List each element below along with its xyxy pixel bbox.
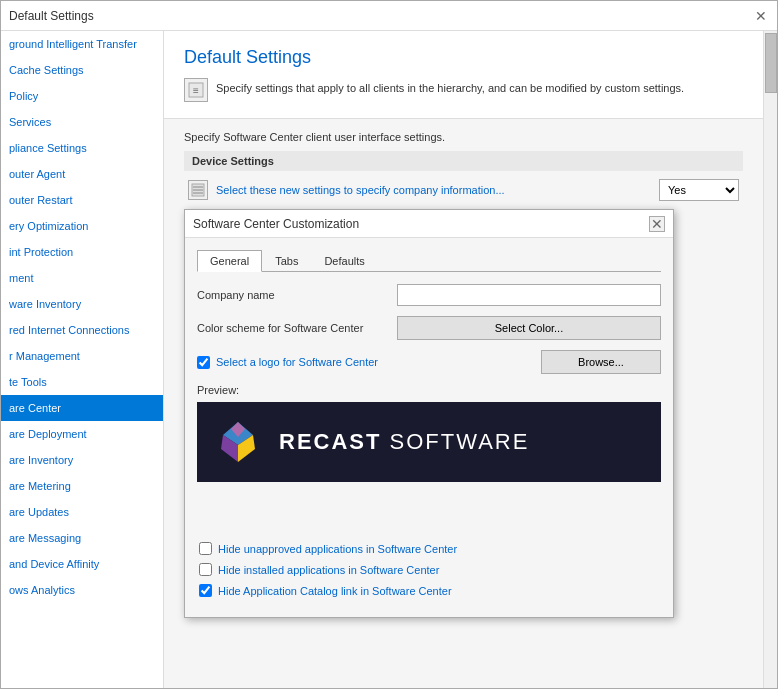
sidebar-item-software-inventory[interactable]: are Inventory [1, 447, 163, 473]
svg-text:≡: ≡ [193, 85, 199, 96]
hide-installed-row: Hide installed applications in Software … [197, 563, 661, 576]
panel-body: Specify Software Center client user inte… [164, 119, 763, 630]
sidebar-item-power-management[interactable]: r Management [1, 343, 163, 369]
sidebar-item-management[interactable]: ment [1, 265, 163, 291]
scrollbar[interactable] [763, 31, 777, 688]
logo-checkbox-label[interactable]: Select a logo for Software Center [216, 356, 378, 368]
logo-checkbox-row: Select a logo for Software Center Browse… [197, 350, 661, 374]
sidebar-item-services[interactable]: Services [1, 109, 163, 135]
panel-title: Default Settings [184, 47, 743, 68]
select-color-button[interactable]: Select Color... [397, 316, 661, 340]
preview-logo [213, 417, 263, 467]
sidebar-item-software-updates[interactable]: are Updates [1, 499, 163, 525]
sidebar-item-cache-settings[interactable]: Cache Settings [1, 57, 163, 83]
sidebar-item-computer-restart[interactable]: outer Restart [1, 187, 163, 213]
sidebar-item-policy[interactable]: Policy [1, 83, 163, 109]
dialog-title: Software Center Customization [193, 217, 359, 231]
sidebar-item-state-messaging[interactable]: are Messaging [1, 525, 163, 551]
window-title: Default Settings [9, 9, 94, 23]
bottom-checkboxes: Hide unapproved applications in Software… [197, 542, 661, 597]
specify-text: Specify Software Center client user inte… [184, 131, 743, 143]
color-scheme-label: Color scheme for Software Center [197, 322, 397, 334]
preview-label: Preview: [197, 384, 661, 396]
settings-row-text: Select these new settings to specify com… [216, 184, 651, 196]
sidebar-item-device-affinity[interactable]: and Device Affinity [1, 551, 163, 577]
sidebar-item-computer-agent[interactable]: outer Agent [1, 161, 163, 187]
sidebar-item-software-deployment[interactable]: are Deployment [1, 421, 163, 447]
dialog-title-bar: Software Center Customization ✕ [185, 210, 673, 238]
customization-dialog: Software Center Customization ✕ General … [184, 209, 674, 618]
browse-button[interactable]: Browse... [541, 350, 661, 374]
sidebar-item-compliance-settings[interactable]: pliance Settings [1, 135, 163, 161]
settings-row-icon [188, 180, 208, 200]
device-settings-label: Device Settings [184, 151, 743, 171]
sidebar-item-windows-analytics[interactable]: ows Analytics [1, 577, 163, 603]
company-name-label: Company name [197, 289, 397, 301]
sidebar-item-endpoint-protection[interactable]: int Protection [1, 239, 163, 265]
panel-header: Default Settings ≡ Specify settings that… [164, 31, 763, 119]
info-text: Specify settings that apply to all clien… [216, 78, 684, 94]
dialog-tabs: General Tabs Defaults [197, 250, 661, 272]
hide-unapproved-row: Hide unapproved applications in Software… [197, 542, 661, 555]
hide-installed-label[interactable]: Hide installed applications in Software … [218, 564, 439, 576]
title-bar: Default Settings ✕ [1, 1, 777, 31]
hide-catalog-checkbox[interactable] [199, 584, 212, 597]
preview-box: RECAST SOFTWARE [197, 402, 661, 482]
logo-checkbox[interactable] [197, 356, 210, 369]
right-panel: Default Settings ≡ Specify settings that… [164, 31, 763, 688]
sidebar-item-software-inventory-nav[interactable]: ware Inventory [1, 291, 163, 317]
sidebar-item-remote-tools[interactable]: te Tools [1, 369, 163, 395]
color-scheme-row: Color scheme for Software Center Select … [197, 316, 661, 340]
main-content: ground Intelligent TransferCache Setting… [1, 31, 777, 688]
hide-unapproved-checkbox[interactable] [199, 542, 212, 555]
sidebar-item-internet-connections[interactable]: red Internet Connections [1, 317, 163, 343]
company-name-row: Company name [197, 284, 661, 306]
device-settings-row: Select these new settings to specify com… [184, 179, 743, 201]
sidebar-item-software-metering[interactable]: are Metering [1, 473, 163, 499]
hide-installed-checkbox[interactable] [199, 563, 212, 576]
main-window: Default Settings ✕ ground Intelligent Tr… [0, 0, 778, 689]
hide-unapproved-label[interactable]: Hide unapproved applications in Software… [218, 543, 457, 555]
window-close-button[interactable]: ✕ [753, 8, 769, 24]
hide-catalog-label[interactable]: Hide Application Catalog link in Softwar… [218, 585, 452, 597]
tab-tabs[interactable]: Tabs [262, 250, 311, 272]
sidebar: ground Intelligent TransferCache Setting… [1, 31, 164, 688]
hide-catalog-row: Hide Application Catalog link in Softwar… [197, 584, 661, 597]
tab-general[interactable]: General [197, 250, 262, 272]
info-icon: ≡ [184, 78, 208, 102]
sidebar-item-delivery-optimization[interactable]: ery Optimization [1, 213, 163, 239]
preview-company-name: RECAST SOFTWARE [279, 429, 529, 455]
sidebar-item-software-center[interactable]: are Center [1, 395, 163, 421]
yes-no-dropdown[interactable]: Yes No [659, 179, 739, 201]
tab-defaults[interactable]: Defaults [311, 250, 377, 272]
company-name-input[interactable] [397, 284, 661, 306]
dialog-body: General Tabs Defaults Company name Color… [185, 238, 673, 617]
dialog-close-button[interactable]: ✕ [649, 216, 665, 232]
info-row: ≡ Specify settings that apply to all cli… [184, 78, 743, 110]
sidebar-item-background-transfer[interactable]: ground Intelligent Transfer [1, 31, 163, 57]
scrollbar-thumb[interactable] [765, 33, 777, 93]
